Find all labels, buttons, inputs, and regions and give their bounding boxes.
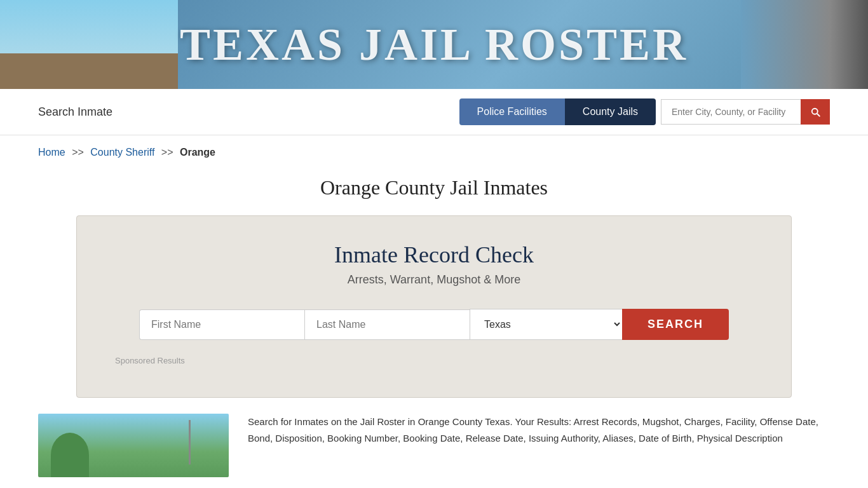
banner-keys	[741, 0, 868, 89]
state-select[interactable]: AlabamaAlaskaArizonaArkansasCaliforniaCo…	[470, 309, 622, 340]
breadcrumb-home[interactable]: Home	[38, 147, 65, 158]
breadcrumb-current: Orange	[180, 147, 215, 158]
record-check-heading: Inmate Record Check	[115, 241, 753, 268]
sponsored-results-label: Sponsored Results	[115, 356, 753, 365]
search-card: Inmate Record Check Arrests, Warrant, Mu…	[76, 215, 792, 398]
nav-search-box	[661, 99, 830, 125]
page-title: Orange County Jail Inmates	[0, 176, 868, 200]
record-check-subheading: Arrests, Warrant, Mugshot & More	[115, 273, 753, 287]
nav-right: Police Facilities County Jails	[459, 98, 830, 125]
county-jails-button[interactable]: County Jails	[565, 98, 656, 125]
breadcrumb: Home >> County Sheriff >> Orange	[0, 135, 868, 170]
flagpole-decoration	[189, 420, 191, 464]
breadcrumb-sep1: >>	[72, 147, 84, 158]
breadcrumb-sep2: >>	[161, 147, 173, 158]
police-facilities-button[interactable]: Police Facilities	[459, 98, 565, 125]
nav-search-inmate-label: Search Inmate	[38, 105, 112, 119]
search-form: AlabamaAlaskaArizonaArkansasCaliforniaCo…	[115, 309, 753, 340]
search-submit-button[interactable]: SEARCH	[622, 309, 729, 340]
facility-search-input[interactable]	[661, 99, 801, 125]
first-name-input[interactable]	[139, 309, 304, 340]
page-title-section: Orange County Jail Inmates	[0, 170, 868, 215]
tree-decoration	[51, 433, 89, 477]
banner-sky	[0, 0, 178, 89]
last-name-input[interactable]	[304, 309, 470, 340]
breadcrumb-county-sheriff[interactable]: County Sheriff	[90, 147, 154, 158]
nav-bar: Search Inmate Police Facilities County J…	[0, 89, 868, 135]
facility-search-button[interactable]	[801, 99, 830, 125]
header-banner: Texas Jail Roster	[0, 0, 868, 89]
county-description: Search for Inmates on the Jail Roster in…	[248, 414, 830, 446]
search-icon	[810, 106, 821, 118]
site-title: Texas Jail Roster	[180, 18, 688, 71]
bottom-section: Search for Inmates on the Jail Roster in…	[0, 398, 868, 488]
county-image	[38, 414, 229, 477]
